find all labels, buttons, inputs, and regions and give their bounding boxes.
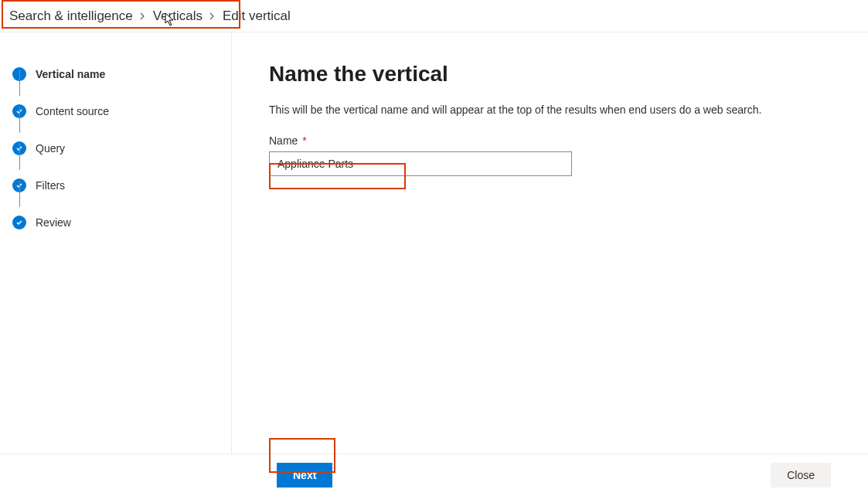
step-label: Review	[36, 216, 71, 229]
vertical-name-input[interactable]	[269, 151, 572, 176]
close-button[interactable]: Close	[771, 463, 831, 488]
step-list: Vertical name Content source Query Filte…	[12, 56, 219, 241]
name-label: Name *	[269, 134, 831, 147]
step-vertical-name[interactable]: Vertical name	[12, 56, 219, 93]
breadcrumb-link-search-intelligence[interactable]: Search & intelligence	[9, 8, 133, 24]
required-mark: *	[302, 134, 306, 147]
step-content-source[interactable]: Content source	[12, 93, 219, 130]
step-label: Content source	[36, 105, 109, 117]
step-label: Query	[36, 142, 65, 155]
step-filters[interactable]: Filters	[12, 167, 219, 204]
page-title: Name the vertical	[269, 62, 831, 87]
step-done-icon	[12, 216, 26, 229]
chevron-right-icon	[209, 12, 216, 20]
next-button[interactable]: Next	[277, 463, 332, 488]
footer-bar: Next Close	[0, 454, 868, 496]
step-query[interactable]: Query	[12, 130, 219, 167]
chevron-right-icon	[139, 12, 147, 20]
breadcrumb: Search & intelligence Verticals Edit ver…	[0, 0, 868, 32]
breadcrumb-current: Edit vertical	[223, 8, 291, 24]
step-label: Vertical name	[36, 68, 105, 80]
name-label-text: Name	[269, 134, 298, 147]
step-review[interactable]: Review	[12, 204, 219, 241]
page-description: This will be the vertical name and will …	[269, 104, 831, 116]
breadcrumb-link-verticals[interactable]: Verticals	[153, 8, 203, 24]
step-label: Filters	[36, 179, 65, 192]
main-panel: Name the vertical This will be the verti…	[232, 32, 868, 454]
wizard-sidebar: Vertical name Content source Query Filte…	[0, 32, 232, 454]
